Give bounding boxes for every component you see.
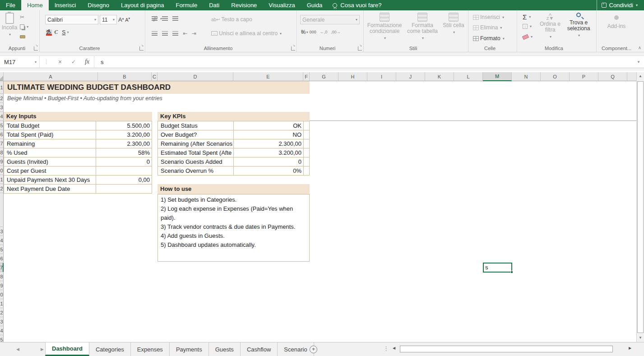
- scroll-down-button[interactable]: ▼: [637, 334, 644, 342]
- ribbon-tab-guida[interactable]: Guida: [301, 0, 329, 10]
- cell-styles-button[interactable]: Stili cella ▾: [441, 13, 466, 35]
- row-header[interactable]: 2: [0, 308, 4, 317]
- column-header-O[interactable]: O: [541, 72, 570, 81]
- worksheet-grid[interactable]: ABCDEFGHIJKLMNOPQ 1234567890123456789012…: [0, 71, 644, 342]
- autosum-button[interactable]: Σ▾: [523, 13, 531, 21]
- ribbon-tab-visualizza[interactable]: Visualizza: [263, 0, 301, 10]
- hscroll-right-button[interactable]: ▶: [629, 346, 631, 350]
- sheet-tab-guests[interactable]: Guests: [209, 342, 241, 356]
- row-header[interactable]: 9: [0, 157, 4, 166]
- row-header-active[interactable]: 7: [0, 263, 4, 272]
- ribbon-tab-revisione[interactable]: Revisione: [225, 0, 263, 10]
- row-header[interactable]: 2: [0, 184, 4, 193]
- fill-handle[interactable]: [510, 271, 513, 273]
- column-header-partial[interactable]: [627, 72, 637, 81]
- sheet-tab-scenario[interactable]: Scenario: [278, 342, 314, 356]
- format-cells-button[interactable]: Formato▾: [473, 35, 505, 42]
- key-kpis-header-cell[interactable]: Key KPIs: [158, 112, 310, 121]
- column-header-K[interactable]: K: [425, 72, 454, 81]
- align-center-icon[interactable]: [162, 31, 168, 36]
- row-header[interactable]: 1: [0, 299, 4, 308]
- row-header[interactable]: 5: [0, 335, 4, 342]
- table-row[interactable]: Budget StatusOK: [158, 121, 309, 130]
- increase-indent-icon[interactable]: ⇥: [192, 30, 196, 37]
- column-header-D[interactable]: D: [158, 72, 233, 81]
- alignment-dialog-launcher[interactable]: [291, 46, 295, 51]
- decrease-decimal-icon[interactable]: ,00→: [331, 30, 341, 34]
- share-button[interactable]: Condividi ▾: [597, 0, 643, 10]
- formula-input[interactable]: s: [94, 56, 633, 68]
- collapse-ribbon-button[interactable]: ∧: [638, 45, 641, 50]
- column-header-E[interactable]: E: [233, 72, 303, 81]
- ribbon-tab-inserisci[interactable]: Inserisci: [49, 0, 82, 10]
- table-row[interactable]: Scenario Overrun %0%: [158, 166, 309, 176]
- font-name-combo[interactable]: Calibri ▾: [45, 15, 98, 24]
- vertical-scroll-thumb[interactable]: [637, 81, 644, 333]
- dashboard-title-cell[interactable]: ULTIMATE WEDDING BUDGET DASHBOARD: [4, 81, 310, 94]
- fill-button[interactable]: ↓▾: [523, 24, 532, 29]
- format-as-table-button[interactable]: Formatta come tabella ▾: [404, 13, 440, 41]
- ribbon-tab-layout-di-pagina[interactable]: Layout di pagina: [115, 0, 170, 10]
- key-inputs-header-cell[interactable]: Key Inputs: [4, 112, 152, 121]
- row-header[interactable]: 3: [0, 103, 4, 112]
- conditional-formatting-button[interactable]: Formattazione condizionale ▾: [366, 13, 403, 41]
- row-header[interactable]: 4: [0, 326, 4, 335]
- sheet-nav-right-button[interactable]: ▶: [41, 342, 44, 356]
- row-header[interactable]: 5: [0, 245, 4, 254]
- column-header-B[interactable]: B: [98, 72, 152, 81]
- ribbon-tab-file[interactable]: File: [0, 0, 21, 10]
- clear-button[interactable]: ▾: [523, 35, 533, 39]
- addins-button[interactable]: Add-ins: [603, 13, 630, 29]
- enter-button[interactable]: ✓: [67, 59, 80, 65]
- tell-me-box[interactable]: Cosa vuoi fare?: [328, 0, 386, 10]
- sheet-tab-categories[interactable]: Categories: [89, 342, 131, 356]
- paste-button[interactable]: Incolla ▾: [1, 13, 18, 37]
- row-header[interactable]: 4: [0, 112, 4, 121]
- tab-scroll-splitter[interactable]: ⋮: [383, 345, 389, 352]
- column-header-N[interactable]: N: [512, 72, 541, 81]
- row-header[interactable]: 0: [0, 290, 4, 299]
- find-select-button[interactable]: Trova e seleziona ▾: [564, 13, 593, 38]
- insert-function-button[interactable]: fx: [80, 58, 94, 65]
- number-dialog-launcher[interactable]: [358, 46, 362, 51]
- column-header-Q[interactable]: Q: [598, 72, 627, 81]
- ribbon-tab-home[interactable]: Home: [21, 0, 49, 10]
- table-row[interactable]: Unpaid Payments Next 30 Days0,00: [4, 176, 152, 185]
- cancel-button[interactable]: ×: [53, 58, 67, 65]
- font-size-combo[interactable]: 11 ▾: [100, 15, 117, 24]
- column-header-C[interactable]: C: [152, 72, 158, 81]
- decrease-font-button[interactable]: A▾: [125, 17, 130, 23]
- row-header[interactable]: 3: [0, 317, 4, 326]
- sheet-tab-dashboard[interactable]: Dashboard: [45, 342, 89, 356]
- wrap-text-button[interactable]: ab↩ Testo a capo: [211, 16, 252, 23]
- insert-cells-button[interactable]: Inserisci▾: [473, 14, 504, 20]
- hscroll-left-button[interactable]: ◀: [393, 346, 395, 350]
- column-header-L[interactable]: L: [454, 72, 483, 81]
- row-header[interactable]: 6: [0, 130, 4, 139]
- column-header-G[interactable]: G: [310, 72, 338, 81]
- row-header[interactable]: 8: [0, 272, 4, 281]
- how-to-use-header-cell[interactable]: How to use: [158, 184, 310, 194]
- column-header-M[interactable]: M: [483, 72, 512, 81]
- column-header-I[interactable]: I: [367, 72, 396, 81]
- column-header-H[interactable]: H: [338, 72, 367, 81]
- active-cell-M17[interactable]: s: [483, 263, 512, 273]
- row-header[interactable]: 0: [0, 166, 4, 175]
- table-row[interactable]: Total Budget5.500,00: [4, 121, 152, 130]
- row-header[interactable]: 5: [0, 121, 4, 130]
- table-row[interactable]: Total Spent (Paid)3.200,00: [4, 130, 152, 139]
- column-header-P[interactable]: P: [570, 72, 598, 81]
- table-row[interactable]: Remaining (After Scenarios2.300,00: [158, 139, 309, 148]
- column-header-A[interactable]: A: [4, 72, 98, 81]
- row-header[interactable]: 1: [0, 81, 4, 94]
- row-header[interactable]: 1: [0, 175, 4, 184]
- row-header[interactable]: 2: [0, 94, 4, 103]
- ribbon-tab-formule[interactable]: Formule: [170, 0, 203, 10]
- row-header[interactable]: 6: [0, 254, 4, 263]
- increase-decimal-icon[interactable]: ←,0: [320, 30, 328, 34]
- align-left-icon[interactable]: [152, 31, 158, 36]
- comma-style-button[interactable]: 000: [310, 30, 316, 34]
- increase-font-button[interactable]: A▴: [118, 16, 124, 23]
- align-middle-icon[interactable]: [162, 16, 168, 21]
- row-header-tall[interactable]: [0, 193, 4, 227]
